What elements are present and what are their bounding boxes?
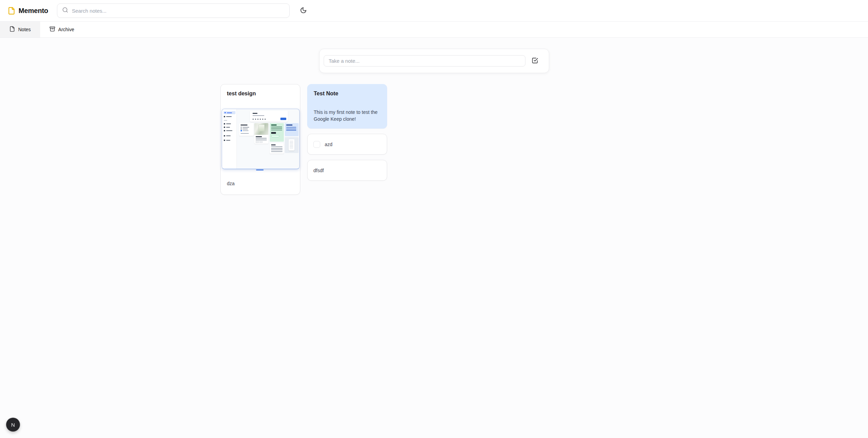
avatar-initial: N [11,422,15,428]
notes-column-2: Test Note This is my first note to test … [307,84,387,181]
mini-blue-card [285,123,299,136]
note-title: test design [221,84,300,97]
note-card-test-design[interactable]: test design [220,84,300,195]
mini-sidebar-item [224,123,231,125]
mini-sidebar-item [224,139,230,141]
mini-sidebar-item [224,135,231,137]
note-image-attachment [222,109,299,170]
search-icon [62,7,68,14]
search-input[interactable] [72,8,285,14]
sticky-note-icon [8,7,15,15]
mini-sidebar [222,109,237,169]
search-bar[interactable] [57,3,290,18]
note-card-test-note[interactable]: Test Note This is my first note to test … [307,84,387,129]
tab-notes[interactable]: Notes [0,22,40,37]
mini-room-photo [254,123,268,135]
notes-column-1: test design [220,84,300,195]
archive-icon [49,26,55,33]
profile-avatar-button[interactable]: N [6,418,20,431]
note-content: dfsdf [313,167,324,174]
app-title: Memento [19,7,48,15]
take-a-note-input[interactable] [324,55,525,67]
tab-archive-label: Archive [58,27,74,32]
mini-sidebar-item [224,116,232,118]
note-card-azd[interactable]: azd [307,134,387,155]
view-tabs: Notes Archive [0,22,868,38]
mini-sidebar-active-item [223,111,235,114]
mini-sidebar-item [224,126,230,128]
mini-phone-card [285,137,299,153]
mini-photo-card [254,123,268,144]
note-title: Test Note [308,84,387,97]
check-square-icon [532,57,538,65]
note-composer [319,49,549,73]
checklist-checkbox[interactable] [313,141,320,148]
new-checklist-button[interactable] [525,54,545,69]
note-content: dza [221,170,300,194]
mini-sidebar-section-label [224,120,227,121]
attachment-screenshot [222,109,300,169]
note-content: This is my first note to test the Google… [308,109,387,128]
notes-grid: test design [220,84,648,195]
app-logo: Memento [8,7,48,15]
app-header: Memento [0,0,868,22]
moon-icon [300,7,307,15]
mini-sidebar-item [224,130,232,132]
mini-text-card [270,143,284,154]
mini-checklist-card [239,123,254,136]
checklist-item-label: azd [325,141,333,148]
mini-primary-button [280,118,286,120]
checklist-item: azd [308,134,387,154]
tab-archive[interactable]: Archive [40,22,84,37]
main-content: test design [0,49,868,195]
tab-notes-label: Notes [18,27,31,32]
mini-green-card [270,123,284,142]
mini-composer [250,111,288,122]
theme-toggle-button[interactable] [297,4,310,17]
file-icon [9,26,15,33]
note-card-dfsdf[interactable]: dfsdf [307,160,387,181]
